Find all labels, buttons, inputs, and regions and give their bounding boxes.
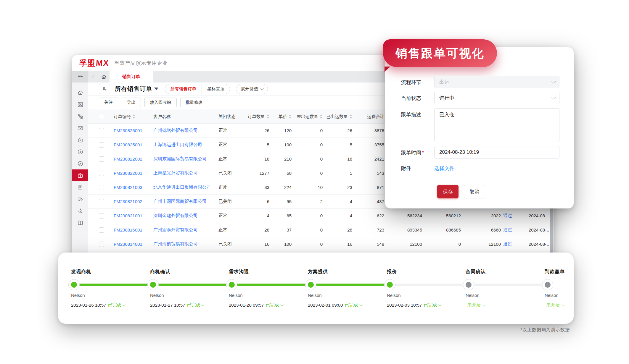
approve-link[interactable]: 通过 <box>501 213 513 219</box>
row-checkbox[interactable] <box>99 142 104 148</box>
order-no-link[interactable]: FM230821003 <box>114 185 153 190</box>
approve-link[interactable]: 通过 <box>501 227 513 233</box>
sort-icon[interactable] <box>289 114 292 119</box>
customer-link[interactable]: 上海鸿运进出口有限公司 <box>153 142 210 148</box>
order-qty: 4 <box>242 213 269 218</box>
stage-status[interactable]: 未开始 <box>546 302 564 308</box>
recycle-button[interactable]: 放入回收站 <box>144 98 177 107</box>
sidebar-item-discover[interactable] <box>72 146 88 158</box>
shipped-qty: 5 <box>323 171 352 176</box>
approve-link[interactable]: 通过 <box>501 241 513 247</box>
desc-label: 跟单描述 <box>401 111 434 118</box>
customer-link[interactable]: 深圳东旭国际贸易有限公司 <box>153 156 210 162</box>
order-no-link[interactable]: FM230821002 <box>114 199 153 204</box>
row-checkbox[interactable] <box>99 199 104 204</box>
choose-file-link[interactable]: 选择文件 <box>434 165 454 172</box>
customer-link[interactable]: 北京华通进出口集团有限公司 <box>153 185 210 190</box>
timeline-stage: 方案提供 Nelson 2023-02-01 09:00 已完成 <box>305 253 379 324</box>
row-checkbox[interactable] <box>99 213 104 219</box>
time-input[interactable]: 2024-08-23 10:19 <box>434 146 559 158</box>
svg-text:$: $ <box>80 174 81 177</box>
shipped-qty: 5 <box>323 142 352 147</box>
close-status: 正常 <box>210 156 242 162</box>
cancel-button[interactable]: 取消 <box>464 185 485 198</box>
status-select[interactable]: 进行中 <box>434 92 559 104</box>
unit-price: 68 <box>269 171 292 176</box>
stage-status[interactable]: 未开始 <box>467 302 485 308</box>
desc-textarea[interactable]: 已入仓 <box>434 108 559 142</box>
unit-price: 37 <box>269 227 292 232</box>
header-unit-price[interactable]: 单价 <box>269 114 292 119</box>
sidebar-item-orders-active[interactable]: $ <box>72 169 88 181</box>
sidebar-item-logistics[interactable] <box>72 193 88 205</box>
view-title-caret-icon[interactable] <box>154 88 158 90</box>
customer-link[interactable]: 上海星光外贸有限公司 <box>153 170 210 176</box>
sort-icon[interactable] <box>266 114 269 119</box>
order-no-link[interactable]: FM230816001 <box>114 227 153 232</box>
customer-link[interactable]: 广州丰源国际商贸有限公司 <box>153 199 210 204</box>
stage-status[interactable]: 已完成 <box>108 302 125 308</box>
row-checkbox[interactable] <box>99 171 104 176</box>
follow-button[interactable]: 关注 <box>99 98 118 107</box>
table-row[interactable]: FM230816001 广州宏泰外贸有限公司 正常 28 37 0 28 723… <box>88 223 554 237</box>
sidebar-item-products[interactable] <box>72 134 88 146</box>
table-row[interactable]: FM230821001 深圳金瑞外贸有限公司 正常 4 65 0 4 622 5… <box>88 209 554 223</box>
customer-link[interactable]: 广州锦绣外贸有限公司 <box>153 128 210 133</box>
header-order-no[interactable]: 订单编号 <box>114 114 153 119</box>
expand-filter-button[interactable]: 展开筛选 <box>236 84 268 94</box>
query-scheme-button[interactable] <box>99 84 110 94</box>
sidebar-item-marketing[interactable] <box>72 158 88 169</box>
back-icon[interactable] <box>92 75 95 78</box>
customer-link[interactable]: 广州宏泰外贸有限公司 <box>153 227 210 233</box>
stage-dot <box>305 279 316 290</box>
collapse-sidebar-button[interactable] <box>72 71 88 82</box>
stage-status[interactable]: 已完成 <box>345 302 362 308</box>
sidebar-item-contacts[interactable] <box>72 98 88 110</box>
sort-icon[interactable] <box>349 114 352 119</box>
header-order-qty[interactable]: 订单数量 <box>242 114 269 119</box>
sidebar-item-knowledge[interactable] <box>72 217 88 229</box>
unshipped-qty: 0 <box>292 171 323 176</box>
customer-link[interactable]: 广州海韵贸易有限公司 <box>153 241 210 247</box>
sort-icon[interactable] <box>320 114 323 119</box>
stage-meta: 2023-01-28 09:57 已完成 <box>229 302 283 308</box>
row-checkbox[interactable] <box>99 185 104 190</box>
segment-starred[interactable]: 星标置顶 <box>202 84 230 94</box>
process-select[interactable]: 出运 <box>434 76 559 88</box>
header-unshipped-qty[interactable]: 未出运数量 <box>292 114 323 119</box>
order-no-link[interactable]: FM230826001 <box>114 128 153 133</box>
segment-all-orders[interactable]: 所有销售订单 <box>165 84 202 94</box>
sidebar-item-mail[interactable] <box>72 122 88 134</box>
order-no-link[interactable]: FM230822002 <box>114 156 153 161</box>
tab-sales-order[interactable]: 销售订单 <box>110 71 153 82</box>
export-button[interactable]: 导出 <box>122 98 141 107</box>
stage-status[interactable]: 已完成 <box>266 302 283 308</box>
freight-total: 2421 <box>352 156 384 161</box>
customer-link[interactable]: 深圳金瑞外贸有限公司 <box>153 213 210 219</box>
view-title[interactable]: 所有销售订单 <box>115 85 152 93</box>
order-no-link[interactable]: FM230821001 <box>114 213 153 218</box>
order-qty: 18 <box>242 156 269 161</box>
row-checkbox[interactable] <box>99 242 104 247</box>
home-icon[interactable] <box>101 74 107 80</box>
sidebar-item-org[interactable] <box>72 110 88 122</box>
row-checkbox[interactable] <box>99 227 104 233</box>
batch-edit-button[interactable]: 批量修改 <box>180 98 208 107</box>
stage-status[interactable]: 已完成 <box>424 302 441 308</box>
sidebar-item-receipts[interactable] <box>72 181 88 193</box>
row-checkbox[interactable] <box>99 156 104 162</box>
sidebar-item-home[interactable] <box>72 87 88 98</box>
stage-status[interactable]: 已完成 <box>187 302 204 308</box>
order-no-link[interactable]: FM230814001 <box>114 242 153 247</box>
select-all-checkbox[interactable] <box>99 114 104 119</box>
contact-card-icon <box>77 101 83 108</box>
save-button[interactable]: 保存 <box>437 185 459 198</box>
header-shipped-qty[interactable]: 已出运数量 <box>323 114 352 119</box>
order-no-link[interactable]: FM230822001 <box>114 171 153 176</box>
row-checkbox[interactable] <box>99 128 104 133</box>
table-row[interactable]: FM230814001 广州海韵贸易有限公司 已关闭 16 100 0 16 5… <box>88 237 554 251</box>
sidebar-item-finance[interactable] <box>72 205 88 217</box>
stage-owner: Nelson <box>545 293 559 298</box>
sort-icon[interactable] <box>132 114 135 119</box>
order-no-link[interactable]: FM230825001 <box>114 142 153 147</box>
